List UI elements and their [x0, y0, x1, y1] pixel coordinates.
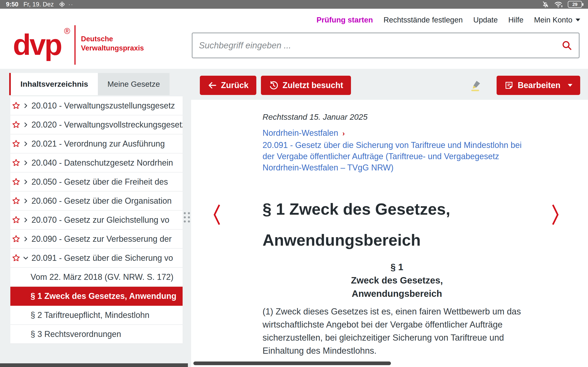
chevron-right-icon[interactable] [23, 179, 29, 185]
toc-item-label: § 3 Rechtsverordnungen [31, 329, 121, 339]
toc-item[interactable]: 20.070 - Gesetz zur Gleichstellung vo [10, 211, 183, 230]
highlighter-icon[interactable] [469, 78, 483, 92]
clock: 9:50 [6, 1, 18, 8]
toc-item-label: Vom 22. März 2018 (GV. NRW. S. 172) [31, 272, 173, 282]
chevron-right-icon[interactable] [23, 122, 29, 128]
toc-item-label: 20.040 - Datenschutzgesetz Nordrhein [32, 158, 173, 168]
tab-inhaltsverzeichnis[interactable]: Inhaltsverzeichnis [11, 73, 98, 95]
toc-item[interactable]: § 2 Tariftreuepflicht, Mindestlohn [10, 306, 183, 325]
law-paragraph-text: (1) Zweck dieses Gesetzes ist es, einen … [262, 305, 531, 357]
status-bar: 9:50 Fr, 19. Dez ·· [0, 0, 588, 9]
arrow-left-icon [208, 81, 217, 90]
star-icon[interactable] [12, 101, 20, 110]
back-button[interactable]: Zurück [200, 76, 256, 95]
nav-update[interactable]: Update [473, 16, 498, 24]
toc-item-label: 20.050 - Gesetz über die Freiheit des [32, 177, 168, 187]
star-icon[interactable] [12, 120, 20, 129]
breadcrumb-law-link[interactable]: 20.091 - Gesetz über die Sicherung von T… [262, 140, 534, 173]
section-title: Zweck des Gesetzes, [262, 274, 531, 287]
horizontal-scrollbar-thumb[interactable] [193, 361, 391, 365]
dvp-logo: dvp ® Deutsche Verwaltungspraxis [13, 25, 144, 65]
flower-notification-icon [59, 1, 65, 8]
star-icon[interactable] [12, 197, 20, 205]
chevron-down-icon [568, 84, 572, 87]
star-icon[interactable] [12, 140, 20, 148]
content-area: Zurück Zuletzt besucht [191, 69, 588, 367]
active-tab-accent [9, 73, 11, 95]
sidebar-tabs: Inhaltsverzeichnis Meine Gesetze [11, 73, 170, 95]
star-icon[interactable] [12, 158, 20, 167]
toc-item-label: 20.010 - Verwaltungszustellungsgesetz [32, 101, 175, 110]
toc-item[interactable]: § 1 Zweck des Gesetzes, Anwendung [10, 287, 183, 306]
top-nav: Prüfung startenRechtsstände festlegenUpd… [317, 16, 580, 24]
toc-item[interactable]: 20.040 - Datenschutzgesetz Nordrhein [10, 153, 183, 173]
date: Fr, 19. Dez [23, 1, 54, 8]
toc-item-label: § 1 Zweck des Gesetzes, Anwendung [31, 291, 176, 301]
recently-visited-button[interactable]: Zuletzt besucht [261, 76, 351, 95]
toc-item-label: 20.060 - Gesetz über die Organisation [32, 196, 172, 206]
next-page-chevron[interactable] [551, 204, 560, 226]
star-icon[interactable] [12, 216, 20, 224]
toc-item[interactable]: 20.090 - Gesetz zur Verbesserung der [10, 230, 183, 249]
toc-item[interactable]: 20.010 - Verwaltungszustellungsgesetz [10, 96, 183, 115]
logo-tagline: Deutsche Verwaltungspraxis [81, 25, 144, 53]
breadcrumb-region-link[interactable]: Nordrhein-Westfalen [262, 128, 338, 138]
document-panel: Rechtsstand 15. Januar 2025 Nordrhein-We… [191, 100, 588, 367]
page-title: § 1 Zweck des Gesetzes, Anwendungsbereic… [262, 194, 531, 256]
toolbar: Zurück Zuletzt besucht [200, 76, 580, 95]
legal-status: Rechtsstand 15. Januar 2025 [262, 112, 367, 122]
chevron-right-icon: › [342, 129, 345, 137]
star-icon[interactable] [12, 235, 20, 243]
toc-item[interactable]: 20.021 - Verordnung zur Ausführung [10, 134, 183, 153]
wifi-icon [554, 0, 563, 8]
section-heading: § 1 Zweck des Gesetzes, Anwendungsbereic… [262, 260, 531, 300]
section-subtitle: Anwendungsbereich [262, 287, 531, 300]
sidebar-resize-handle[interactable] [184, 212, 190, 223]
note-icon [504, 81, 514, 90]
chevron-right-icon[interactable] [23, 236, 29, 242]
toc-item[interactable]: 20.060 - Gesetz über die Organisation [10, 192, 183, 211]
app-window: 9:50 Fr, 19. Dez ·· [0, 0, 588, 367]
edit-button[interactable]: Bearbeiten [497, 76, 580, 95]
chevron-down-icon [576, 19, 580, 21]
search-input[interactable] [199, 41, 561, 50]
app-header: dvp ® Deutsche Verwaltungspraxis Prüfung… [0, 9, 588, 69]
chevron-right-icon[interactable] [23, 160, 29, 166]
star-icon[interactable] [12, 177, 20, 186]
toc-item[interactable]: § 3 Rechtsverordnungen [10, 325, 183, 344]
battery-indicator: 29 [568, 1, 582, 8]
search-icon[interactable] [561, 40, 572, 51]
toc-item-label: 20.070 - Gesetz zur Gleichstellung vo [32, 215, 169, 225]
section-label: § 1 [262, 260, 531, 274]
logo-divider [74, 25, 76, 65]
toc-item[interactable]: 20.050 - Gesetz über die Freiheit des [10, 173, 183, 192]
toc-item[interactable]: 20.020 - Verwaltungsvollstreckungsgesetz [10, 115, 183, 134]
toc-item-label: 20.090 - Gesetz zur Verbesserung der [32, 234, 172, 244]
logo-mark: dvp ® [13, 25, 61, 64]
main-area: Inhaltsverzeichnis Meine Gesetze 20.010 … [0, 69, 588, 367]
nav-rechtsst-nde-festlegen[interactable]: Rechtsstände festlegen [384, 16, 463, 24]
star-icon[interactable] [12, 254, 20, 262]
chevron-down-icon[interactable] [23, 255, 29, 261]
sidebar-scrollbar[interactable] [0, 363, 188, 367]
notification-overflow-dots: ·· [69, 1, 73, 8]
previous-page-chevron[interactable] [212, 204, 221, 226]
nav-mein-konto[interactable]: Mein Konto [534, 16, 580, 24]
toc-item[interactable]: Vom 22. März 2018 (GV. NRW. S. 172) [10, 268, 183, 287]
toc-item-label: 20.021 - Verordnung zur Ausführung [32, 139, 165, 149]
chevron-right-icon[interactable] [23, 141, 29, 147]
chevron-right-icon[interactable] [23, 198, 29, 204]
tab-meine-gesetze[interactable]: Meine Gesetze [98, 73, 170, 95]
chevron-right-icon[interactable] [23, 103, 29, 109]
battery-level: 29 [572, 2, 578, 7]
chevron-right-icon[interactable] [23, 217, 29, 223]
nav-hilfe[interactable]: Hilfe [508, 16, 523, 24]
toc-item[interactable]: 20.091 - Gesetz über die Sicherung vo [10, 249, 183, 268]
toc-item-label: 20.020 - Verwaltungsvollstreckungsgesetz [32, 120, 183, 130]
toc-item-label: § 2 Tariftreuepflicht, Mindestlohn [31, 310, 149, 320]
toc-item-label: 20.091 - Gesetz über die Sicherung vo [32, 253, 173, 263]
breadcrumb: Nordrhein-Westfalen› 20.091 - Gesetz übe… [262, 127, 534, 173]
search-bar [192, 33, 579, 58]
nav-pr-fung-starten[interactable]: Prüfung starten [317, 16, 373, 24]
sidebar: Inhaltsverzeichnis Meine Gesetze 20.010 … [0, 69, 191, 367]
